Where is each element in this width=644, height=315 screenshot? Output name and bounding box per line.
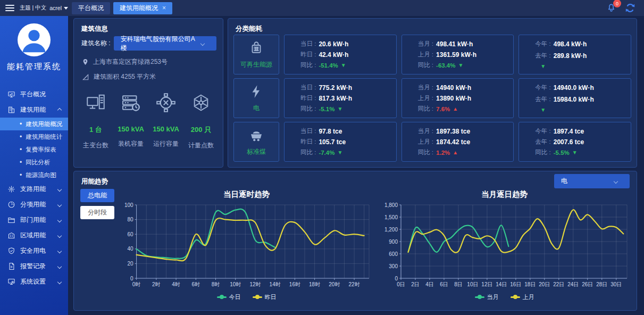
notifications-button[interactable]: 0 bbox=[606, 2, 616, 14]
user-menu[interactable]: acrel bbox=[49, 5, 68, 11]
sidebar-item-label: 系统设置 bbox=[20, 277, 46, 286]
svg-text:6时: 6时 bbox=[191, 281, 200, 287]
trend-arrow: ▼ bbox=[337, 150, 342, 155]
category-energy-title: 分类能耗 bbox=[236, 24, 262, 34]
building-energy-icon bbox=[7, 106, 15, 114]
svg-text:18日: 18日 bbox=[524, 281, 536, 287]
chevron-down-icon bbox=[57, 279, 62, 284]
sidebar-item-label: 支路用能 bbox=[20, 185, 46, 194]
svg-text:8时: 8时 bbox=[211, 281, 220, 287]
renewable-year-cell: 今年 :498.4 kW·h 去年 :289.8 kW·h ▼ bbox=[518, 35, 631, 74]
topbar-left: 主题 | 中文 acrel bbox=[0, 3, 68, 13]
sidebar-subitem-yoy-analysis[interactable]: 同比分析 bbox=[0, 156, 68, 169]
chart-title: 当日逐时趋势 bbox=[223, 188, 270, 201]
caret-down-icon bbox=[64, 7, 68, 10]
svg-text:100: 100 bbox=[124, 202, 133, 208]
svg-text:1,200: 1,200 bbox=[384, 227, 397, 233]
svg-text:18时: 18时 bbox=[309, 281, 320, 287]
branch-energy-icon bbox=[7, 185, 15, 194]
username: acrel bbox=[49, 5, 62, 11]
energy-trend-panel: 用能趋势 总电能 分时段 电 当日逐时趋势 0204060801000时2时4时… bbox=[73, 171, 637, 311]
sidebar-item-label: 部门用能 bbox=[20, 215, 46, 225]
renewable-energy-category: 可再生能源 bbox=[233, 35, 279, 74]
server-clock-icon bbox=[121, 91, 140, 114]
tab-platform-overview[interactable]: 平台概况 bbox=[72, 2, 110, 14]
sidebar-subitem-building-energy-overview[interactable]: 建筑用能概况 bbox=[0, 118, 68, 130]
svg-text:60: 60 bbox=[127, 231, 133, 237]
chevron-down-icon bbox=[57, 187, 62, 191]
legend-last-month[interactable]: 上月 bbox=[511, 293, 534, 301]
legend-today[interactable]: 今日 bbox=[217, 293, 241, 301]
sidebar-item-label: 分项用能 bbox=[20, 200, 46, 209]
svg-text:16日: 16日 bbox=[510, 281, 521, 287]
region-energy-icon bbox=[7, 231, 15, 240]
energy-type-value: 电 bbox=[561, 177, 567, 186]
total-energy-button[interactable]: 总电能 bbox=[80, 189, 114, 202]
legend-marker bbox=[511, 296, 520, 298]
menu-toggle-icon[interactable] bbox=[5, 3, 14, 13]
trend-charts: 当日逐时趋势 0204060801000时2时4时6时8时10时12时14时16… bbox=[118, 185, 633, 309]
svg-text:300: 300 bbox=[389, 263, 398, 269]
building-info-title: 建筑信息 bbox=[81, 24, 108, 34]
svg-text:600: 600 bbox=[389, 251, 398, 257]
stat-running-capacity: 150 kVA 运行容量 bbox=[148, 87, 183, 151]
sidebar-item-branch-energy[interactable]: 支路用能 bbox=[0, 181, 68, 197]
refresh-icon bbox=[625, 3, 635, 13]
sidebar-item-region-energy[interactable]: 区域用能 bbox=[0, 228, 68, 243]
legend-current-month[interactable]: 当月 bbox=[475, 293, 499, 301]
svg-text:14时: 14时 bbox=[269, 281, 280, 287]
svg-text:4时: 4时 bbox=[172, 281, 180, 287]
location-pin-icon bbox=[82, 58, 89, 66]
network-exchange-icon bbox=[156, 91, 175, 114]
legend-marker bbox=[217, 296, 227, 298]
app-title: 能耗管理系统 bbox=[0, 62, 68, 72]
renewable-energy-icon bbox=[248, 40, 264, 56]
chevron-down-icon bbox=[57, 233, 62, 237]
sidebar-subitem-energy-flow-diagram[interactable]: 能源流向图 bbox=[0, 169, 68, 181]
sidebar-item-platform-overview[interactable]: 平台概况 bbox=[0, 87, 68, 102]
platform-overview-icon bbox=[7, 90, 15, 99]
main-content: 建筑信息 建筑名称 : 安科瑞电气股份有限公司A楼 上海市嘉定区育绿路253号 … bbox=[68, 16, 644, 315]
svg-text:40: 40 bbox=[127, 246, 133, 252]
svg-text:22时: 22时 bbox=[348, 281, 359, 287]
electrical-safety-icon bbox=[7, 247, 15, 255]
svg-text:1,500: 1,500 bbox=[384, 214, 397, 220]
legend-yesterday[interactable]: 昨日 bbox=[253, 293, 277, 301]
building-address: 上海市嘉定区育绿路253号 bbox=[82, 57, 218, 67]
close-tab-icon[interactable]: × bbox=[162, 5, 166, 11]
svg-text:6日: 6日 bbox=[440, 281, 448, 287]
tab-bar: 平台概况 建筑用能概况 × bbox=[72, 2, 606, 14]
sidebar-item-subentry-energy[interactable]: 分项用能 bbox=[0, 197, 68, 212]
svg-text:20时: 20时 bbox=[329, 281, 340, 287]
coal-day-cell: 当日 :97.8 tce 昨日 :105.7 tce 同比 :-7.4%▼ bbox=[284, 122, 397, 162]
sidebar-item-alarm-records[interactable]: 报警记录 bbox=[0, 259, 68, 274]
time-period-button[interactable]: 分时段 bbox=[80, 206, 114, 219]
chart-legend: 当月 上月 bbox=[475, 292, 534, 302]
building-select-value: 安科瑞电气股份有限公司A楼 bbox=[121, 35, 201, 53]
svg-text:4日: 4日 bbox=[425, 281, 434, 287]
svg-text:0: 0 bbox=[130, 276, 133, 281]
svg-text:0: 0 bbox=[395, 276, 398, 281]
topbar: 主题 | 中文 acrel 平台概况 建筑用能概况 × 0 bbox=[0, 0, 644, 16]
sidebar-subitem-building-energy-statistics[interactable]: 建筑用能统计 bbox=[0, 130, 68, 143]
trend-arrow: ▼ bbox=[337, 106, 342, 112]
sidebar-item-electrical-safety[interactable]: 安全用电 bbox=[0, 243, 68, 259]
svg-text:16时: 16时 bbox=[289, 281, 300, 287]
monthly-daily-trend-plot: 03006009001,2001,5001,8000日2日4日6日8日10日12… bbox=[377, 201, 632, 292]
sidebar: 能耗管理系统 平台概况 建筑用能 建筑用能概况 建筑用能统计 复费率报表 同比分… bbox=[0, 16, 68, 315]
building-name-row: 建筑名称 : 安科瑞电气股份有限公司A楼 bbox=[81, 36, 216, 51]
theme-language-switch[interactable]: 主题 | 中文 bbox=[20, 4, 47, 12]
electricity-day-cell: 当日 :775.2 kW·h 昨日 :817.3 kW·h 同比 :-5.1%▼ bbox=[284, 78, 397, 118]
sidebar-subitem-tariff-report[interactable]: 复费率报表 bbox=[0, 143, 68, 156]
tab-building-energy-overview[interactable]: 建筑用能概况 × bbox=[113, 2, 172, 14]
trend-arrow: ▼ bbox=[341, 62, 346, 68]
sidebar-item-department-energy[interactable]: 部门用能 bbox=[0, 212, 68, 228]
ruler-icon bbox=[82, 73, 89, 81]
sidebar-item-building-energy[interactable]: 建筑用能 bbox=[0, 102, 68, 118]
notification-badge: 0 bbox=[613, 0, 621, 7]
sidebar-item-system-settings[interactable]: 系统设置 bbox=[0, 274, 68, 289]
department-energy-icon bbox=[7, 216, 15, 225]
tab-label: 平台概况 bbox=[78, 2, 104, 14]
refresh-button[interactable] bbox=[625, 3, 635, 13]
building-select[interactable]: 安科瑞电气股份有限公司A楼 bbox=[114, 36, 216, 51]
